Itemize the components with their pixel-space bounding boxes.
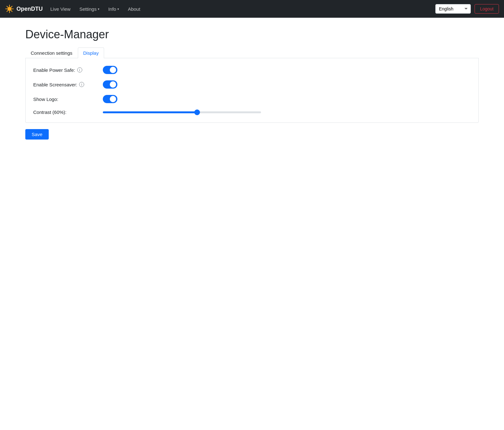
screensaver-label: Enable Screensaver: i — [33, 82, 103, 87]
power-safe-slider — [103, 66, 117, 74]
screensaver-info-icon[interactable]: i — [79, 82, 84, 87]
logout-button[interactable]: Logout — [475, 4, 499, 14]
svg-line-8 — [7, 10, 8, 11]
show-logo-slider — [103, 95, 117, 103]
tab-display[interactable]: Display — [78, 47, 104, 58]
show-logo-label: Show Logo: — [33, 97, 103, 102]
contrast-row: Contrast (60%): — [33, 109, 471, 115]
language-select[interactable]: English Deutsch Français Nederlands — [435, 4, 471, 14]
power-safe-toggle[interactable] — [103, 66, 117, 74]
svg-line-5 — [7, 6, 8, 7]
contrast-slider[interactable] — [103, 111, 261, 113]
show-logo-row: Show Logo: — [33, 95, 471, 103]
nav-about[interactable]: About — [127, 4, 141, 14]
navbar: OpenDTU Live View Settings ▾ Info ▾ Abou… — [0, 0, 504, 18]
svg-point-0 — [8, 7, 11, 11]
save-button[interactable]: Save — [25, 129, 49, 140]
brand-logo[interactable]: OpenDTU — [5, 4, 43, 13]
info-chevron-icon: ▾ — [117, 7, 119, 11]
screensaver-row: Enable Screensaver: i — [33, 80, 471, 89]
svg-line-6 — [11, 10, 12, 11]
tabs: Connection settings Display — [25, 47, 479, 58]
settings-chevron-icon: ▾ — [98, 7, 99, 11]
display-settings-card: Enable Power Safe: i Enable Screensaver:… — [25, 58, 479, 123]
page-title: Device-Manager — [25, 28, 479, 41]
power-safe-row: Enable Power Safe: i — [33, 66, 471, 74]
navbar-right: English Deutsch Français Nederlands Logo… — [435, 4, 499, 14]
power-safe-label: Enable Power Safe: i — [33, 67, 103, 73]
navbar-left: OpenDTU Live View Settings ▾ Info ▾ Abou… — [5, 4, 141, 14]
screensaver-toggle[interactable] — [103, 80, 117, 89]
screensaver-slider — [103, 80, 117, 89]
sun-icon — [5, 4, 14, 13]
contrast-label: Contrast (60%): — [33, 109, 103, 115]
svg-line-7 — [11, 6, 12, 7]
nav-settings-dropdown[interactable]: Settings ▾ — [78, 4, 101, 14]
tab-connection-settings[interactable]: Connection settings — [25, 47, 78, 58]
show-logo-toggle[interactable] — [103, 95, 117, 103]
power-safe-info-icon[interactable]: i — [77, 67, 82, 72]
nav-info-dropdown[interactable]: Info ▾ — [107, 4, 120, 14]
main-content: Device-Manager Connection settings Displ… — [0, 18, 504, 150]
nav-live-view[interactable]: Live View — [49, 4, 72, 14]
brand-name: OpenDTU — [16, 6, 43, 12]
